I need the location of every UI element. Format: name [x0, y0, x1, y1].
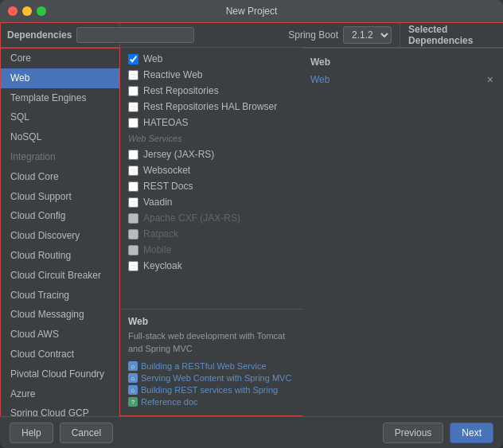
dep-item-jersey[interactable]: Jersey (JAX-RS)	[120, 146, 302, 162]
dep-checkbox-rest-repositories[interactable]	[128, 86, 138, 96]
dep-label-jersey: Jersey (JAX-RS)	[143, 149, 214, 160]
dep-checkbox-hateoas[interactable]	[128, 118, 138, 128]
spring-boot-selector: Spring Boot 2.1.2 2.0.8 2.2.0	[120, 26, 400, 44]
dep-checkbox-jersey[interactable]	[128, 150, 138, 160]
category-item-cloud-messaging[interactable]: Cloud Messaging	[1, 305, 119, 325]
traffic-lights	[8, 6, 46, 16]
dep-item-rest-docs[interactable]: REST Docs	[120, 178, 302, 194]
dep-checkbox-reactive-web[interactable]	[128, 70, 138, 80]
window-title: New Project	[226, 6, 278, 17]
dep-label-mobile: Mobile	[143, 244, 171, 255]
next-button[interactable]: Next	[450, 423, 493, 443]
dependency-list: WebReactive WebRest RepositoriesRest Rep…	[120, 48, 302, 309]
category-item-cloud-core[interactable]: Cloud Core	[1, 167, 119, 187]
dep-label-apache-cxf: Apache CXF (JAX-RS)	[143, 212, 240, 224]
link-label-link-ref-doc: Reference doc	[141, 397, 198, 407]
link-label-link-building-rest: Building REST services with Spring	[141, 385, 278, 395]
dep-item-reactive-web[interactable]: Reactive Web	[120, 67, 302, 83]
cancel-button[interactable]: Cancel	[60, 423, 113, 443]
dep-label-keycloak: Keycloak	[143, 260, 182, 271]
dep-description: Web Full-stack web development with Tomc…	[120, 309, 302, 415]
category-item-nosql[interactable]: NoSQL	[1, 127, 119, 147]
category-item-cloud-contract[interactable]: Cloud Contract	[1, 345, 119, 364]
dep-checkbox-websocket[interactable]	[128, 166, 138, 176]
dep-label-vaadin: Vaadin	[143, 197, 172, 208]
dep-item-apache-cxf[interactable]: Apache CXF (JAX-RS)	[120, 210, 302, 226]
dep-link-link-restful[interactable]: ⌂Building a RESTful Web Service	[128, 361, 294, 371]
dep-checkbox-ratpack[interactable]	[128, 229, 138, 240]
dep-label-rest-repositories: Rest Repositories	[143, 85, 219, 96]
dep-item-web[interactable]: Web	[120, 51, 302, 67]
previous-button[interactable]: Previous	[383, 423, 444, 443]
category-item-template-engines[interactable]: Template Engines	[1, 88, 119, 108]
dep-label-ratpack: Ratpack	[143, 228, 178, 240]
help-button[interactable]: Help	[10, 423, 53, 443]
category-item-cloud-aws[interactable]: Cloud AWS	[1, 325, 119, 345]
dep-item-vaadin[interactable]: Vaadin	[120, 194, 302, 210]
dep-checkbox-vaadin[interactable]	[128, 197, 138, 208]
category-item-pivotal-cloud-foundry[interactable]: Pivotal Cloud Foundry	[1, 364, 119, 384]
dep-item-mobile[interactable]: Mobile	[120, 242, 302, 258]
bottom-left-buttons: Help Cancel	[10, 423, 113, 443]
dep-item-hateoas[interactable]: HATEOAS	[120, 115, 302, 131]
spring-boot-label: Spring Boot	[288, 29, 338, 41]
doc-icon: ?	[128, 397, 138, 407]
dep-checkbox-rest-repositories-hal[interactable]	[128, 102, 138, 112]
bottom-bar: Help Cancel Previous Next	[0, 416, 503, 448]
category-item-sql[interactable]: SQL	[1, 107, 119, 127]
category-item-integration[interactable]: Integration	[1, 147, 119, 167]
selected-dep-selected-web: Web×	[310, 72, 495, 87]
selected-deps-label: Selected Dependencies	[408, 24, 495, 46]
dep-label-rest-repositories-hal: Rest Repositories HAL Browser	[143, 101, 277, 112]
selected-deps-panel: Selected Dependencies Web Web×	[302, 48, 503, 416]
selected-dep-label-selected-web: Web	[310, 74, 329, 85]
dep-item-keycloak[interactable]: Keycloak	[120, 258, 302, 274]
category-item-cloud-routing[interactable]: Cloud Routing	[1, 246, 119, 266]
dep-link-link-ref-doc[interactable]: ?Reference doc	[128, 397, 294, 407]
dep-item-ratpack[interactable]: Ratpack	[120, 226, 302, 242]
bottom-right-buttons: Previous Next	[383, 423, 493, 443]
selected-list: Web×	[310, 72, 495, 87]
category-item-core[interactable]: Core	[1, 49, 119, 68]
dep-checkbox-keycloak[interactable]	[128, 261, 138, 271]
deps-header: Dependencies	[1, 23, 120, 47]
dep-label-web: Web	[143, 53, 162, 64]
dep-link-link-serving[interactable]: ⌂Serving Web Content with Spring MVC	[128, 373, 294, 383]
spring-boot-version-select[interactable]: 2.1.2 2.0.8 2.2.0	[343, 26, 392, 44]
dep-item-rest-repositories-hal[interactable]: Rest Repositories HAL Browser	[120, 99, 302, 115]
dep-item-websocket[interactable]: Websocket	[120, 162, 302, 178]
dep-label-reactive-web: Reactive Web	[143, 69, 202, 80]
dep-checkbox-rest-docs[interactable]	[128, 181, 138, 192]
category-item-web[interactable]: Web	[1, 68, 119, 88]
dep-checkbox-apache-cxf[interactable]	[128, 213, 138, 224]
dep-links: ⌂Building a RESTful Web Service⌂Serving …	[128, 361, 294, 407]
category-item-spring-cloud-gcp[interactable]: Spring Cloud GCP	[1, 403, 119, 416]
category-item-cloud-tracing[interactable]: Cloud Tracing	[1, 286, 119, 306]
link-icon: ⌂	[128, 373, 138, 383]
panel-area: CoreWebTemplate EnginesSQLNoSQLIntegrati…	[0, 48, 503, 416]
category-item-cloud-config[interactable]: Cloud Config	[1, 206, 119, 226]
maximize-button[interactable]	[37, 6, 46, 16]
remove-dep-button-selected-web[interactable]: ×	[485, 74, 495, 85]
category-item-azure[interactable]: Azure	[1, 384, 119, 404]
dep-checkbox-web[interactable]	[128, 54, 138, 64]
selected-deps-header: Selected Dependencies	[400, 23, 503, 47]
dep-item-rest-repositories[interactable]: Rest Repositories	[120, 83, 302, 99]
category-item-cloud-discovery[interactable]: Cloud Discovery	[1, 226, 119, 246]
deps-label: Dependencies	[7, 29, 72, 41]
category-item-cloud-circuit-breaker[interactable]: Cloud Circuit Breaker	[1, 266, 119, 286]
minimize-button[interactable]	[22, 6, 32, 16]
window: New Project Dependencies Spring Boot 2.1…	[0, 0, 503, 448]
link-icon: ⌂	[128, 361, 138, 371]
link-icon: ⌂	[128, 385, 138, 395]
category-panel: CoreWebTemplate EnginesSQLNoSQLIntegrati…	[0, 48, 119, 416]
category-list: CoreWebTemplate EnginesSQLNoSQLIntegrati…	[1, 49, 119, 416]
close-button[interactable]	[8, 6, 18, 16]
top-bar: Dependencies Spring Boot 2.1.2 2.0.8 2.2…	[0, 22, 503, 48]
link-label-link-serving: Serving Web Content with Spring MVC	[141, 373, 291, 383]
category-item-cloud-support[interactable]: Cloud Support	[1, 187, 119, 207]
dependency-panel: WebReactive WebRest RepositoriesRest Rep…	[119, 48, 302, 416]
dep-label-rest-docs: REST Docs	[143, 181, 193, 192]
dep-link-link-building-rest[interactable]: ⌂Building REST services with Spring	[128, 385, 294, 395]
dep-checkbox-mobile[interactable]	[128, 245, 138, 255]
